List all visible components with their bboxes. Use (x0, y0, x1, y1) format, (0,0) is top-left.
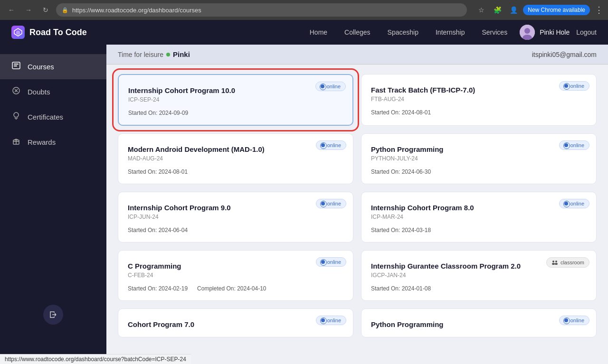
badge-label-3: online (570, 142, 584, 148)
course-title-8: Cohort Program 7.0 (128, 320, 343, 328)
courses-icon (11, 61, 21, 73)
browser-chrome: ← → ↻ 🔒 https://www.roadtocode.org/dashb… (0, 0, 608, 20)
logo-icon (11, 26, 25, 39)
nav-internship[interactable]: Internship (427, 20, 473, 45)
course-started-5: Started On: 2024-03-18 (371, 227, 587, 233)
course-started-1: Started On: 2024-08-01 (371, 109, 587, 116)
sidebar-item-doubts[interactable]: Doubts (0, 79, 106, 104)
logo-area[interactable]: Road To Code (11, 26, 87, 39)
user-name[interactable]: Pinki Hole (540, 28, 570, 36)
course-started-2: Started On: 2024-08-01 (128, 168, 343, 175)
course-card-6[interactable]: online C Programming C-FEB-24 Started On… (118, 250, 353, 301)
back-button[interactable]: ← (5, 3, 18, 17)
course-code-0: ICP-SEP-24 (128, 96, 343, 103)
course-code-5: ICP-MAR-24 (371, 214, 587, 220)
online-badge-9: online (559, 316, 589, 325)
online-badge-6: online (316, 257, 346, 267)
course-started-4: Started On: 2024-06-04 (128, 227, 343, 233)
svg-point-15 (552, 261, 554, 262)
course-title-4: Internship Cohort Program 9.0 (128, 204, 343, 212)
online-badge-5: online (559, 199, 589, 208)
logo-text: Road To Code (29, 28, 87, 37)
lock-icon: 🔒 (62, 7, 68, 13)
badge-label-9: online (570, 317, 584, 323)
nav-colleges[interactable]: Colleges (336, 20, 379, 45)
badge-dot-1 (564, 84, 568, 88)
course-title-1: Fast Track Batch (FTB-ICP-7.0) (371, 86, 587, 94)
badge-label-4: online (327, 201, 341, 206)
star-button[interactable]: ☆ (475, 3, 488, 17)
url-status-bar: https://www.roadtocode.org/dashboard/cou… (0, 354, 191, 364)
badge-label-2: online (327, 142, 341, 148)
user-pinki: Pinki (173, 50, 190, 58)
forward-button[interactable]: → (22, 3, 35, 17)
course-started-6: Started On: 2024-02-19 (128, 285, 188, 292)
browser-menu-button[interactable]: ⋮ (595, 5, 603, 15)
nav-links: Home Colleges Spaceship Internship Servi… (301, 20, 516, 45)
course-title-6: C Programming (128, 262, 343, 270)
course-title-0: Internship Cohort Program 10.0 (128, 86, 343, 94)
certificates-icon (11, 111, 21, 123)
badge-label-8: online (327, 317, 341, 323)
course-card-2[interactable]: online Modern Android Development (MAD-1… (118, 133, 353, 184)
url-text: https://www.roadtocode.org/dashboard/cou… (72, 7, 201, 14)
profile-button[interactable]: 👤 (507, 3, 520, 17)
course-card-3[interactable]: online Python Programming PYTHON-JULY-24… (361, 133, 597, 184)
course-title-9: Python Programming (371, 320, 587, 328)
doubts-icon (11, 86, 21, 98)
course-card-7[interactable]: classroom Internship Gurantee Classroom … (361, 250, 597, 301)
content-header: Time for leisure Pinki itspinki05@gmail.… (106, 45, 608, 65)
nav-services[interactable]: Services (473, 20, 516, 45)
course-card-1[interactable]: online Fast Track Batch (FTB-ICP-7.0) FT… (361, 74, 597, 126)
course-started-7: Started On: 2024-01-08 (371, 285, 587, 292)
course-code-7: IGCP-JAN-24 (371, 272, 587, 279)
logout-button[interactable]: Logout (576, 28, 597, 36)
badge-dot-6 (321, 260, 325, 264)
top-navigation: Road To Code Home Colleges Spaceship Int… (0, 20, 608, 45)
svg-point-17 (552, 263, 555, 265)
online-badge-4: online (316, 199, 346, 208)
badge-dot-9 (564, 318, 568, 322)
sidebar-item-certificates[interactable]: Certificates (0, 104, 106, 130)
sidebar-doubts-label: Doubts (28, 88, 50, 96)
online-badge-0: online (315, 82, 346, 91)
course-completed-6: Completed On: 2024-04-10 (197, 285, 266, 292)
course-card-8[interactable]: online Cohort Program 7.0 (118, 308, 353, 337)
sidebar-item-rewards[interactable]: Rewards (0, 130, 106, 155)
badge-label-5: online (570, 201, 584, 206)
course-card-0[interactable]: online Internship Cohort Program 10.0 IC… (118, 74, 353, 126)
course-code-1: FTB-AUG-24 (371, 96, 587, 103)
svg-point-11 (14, 112, 19, 117)
nav-spaceship[interactable]: Spaceship (379, 20, 427, 45)
badge-dot-2 (321, 143, 325, 147)
nav-home[interactable]: Home (301, 20, 336, 45)
status-dot (166, 53, 170, 56)
course-title-2: Modern Android Development (MAD-1.0) (128, 145, 343, 153)
sidebar-certificates-label: Certificates (28, 113, 63, 121)
extension-button[interactable]: 🧩 (491, 3, 504, 17)
online-badge-2: online (316, 140, 346, 150)
course-title-5: Internship Cohort Program 8.0 (371, 204, 587, 212)
course-title-3: Python Programming (371, 145, 587, 153)
reload-button[interactable]: ↻ (39, 3, 52, 17)
rewards-icon (11, 136, 21, 148)
avatar (520, 25, 535, 40)
course-started-0: Started On: 2024-09-09 (128, 110, 343, 116)
status-url: https://www.roadtocode.org/dashboard/cou… (5, 356, 186, 363)
classroom-label-7: classroom (560, 260, 584, 265)
address-bar[interactable]: 🔒 https://www.roadtocode.org/dashboard/c… (56, 3, 467, 17)
online-badge-3: online (559, 140, 589, 150)
sidebar: Courses Doubts Certificates (0, 45, 106, 364)
course-card-9[interactable]: online Python Programming (361, 308, 597, 337)
course-started-3: Started On: 2024-06-30 (371, 168, 587, 175)
course-card-5[interactable]: online Internship Cohort Program 8.0 ICP… (361, 192, 597, 243)
sidebar-item-courses[interactable]: Courses (0, 54, 106, 79)
sidebar-logout-area (0, 297, 106, 332)
content-area: Time for leisure Pinki itspinki05@gmail.… (106, 45, 608, 364)
sidebar-logout-button[interactable] (43, 305, 63, 325)
badge-dot-8 (321, 318, 325, 322)
course-code-6: C-FEB-24 (128, 272, 343, 279)
course-card-4[interactable]: online Internship Cohort Program 9.0 ICP… (118, 192, 353, 243)
main-layout: Courses Doubts Certificates (0, 45, 608, 364)
new-chrome-badge[interactable]: New Chrome available (523, 5, 590, 15)
